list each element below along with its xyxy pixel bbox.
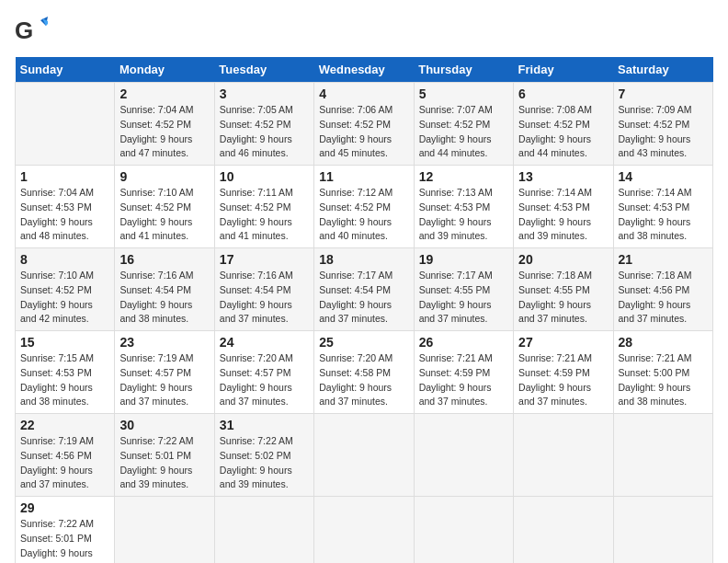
day-info: Sunrise: 7:18 AM Sunset: 4:55 PM Dayligh…	[518, 269, 608, 327]
calendar-cell: 29 Sunrise: 7:22 AM Sunset: 5:01 PM Dayl…	[16, 497, 115, 564]
day-info: Sunrise: 7:16 AM Sunset: 4:54 PM Dayligh…	[119, 269, 209, 327]
calendar-cell: 5 Sunrise: 7:07 AM Sunset: 4:52 PM Dayli…	[414, 83, 513, 166]
calendar-cell: 27 Sunrise: 7:21 AM Sunset: 4:59 PM Dayl…	[514, 331, 613, 414]
day-number: 13	[518, 169, 608, 184]
calendar-cell: 14 Sunrise: 7:14 AM Sunset: 4:53 PM Dayl…	[613, 166, 712, 248]
calendar-cell: 23 Sunrise: 7:19 AM Sunset: 4:57 PM Dayl…	[115, 331, 214, 414]
calendar-cell: 2 Sunrise: 7:04 AM Sunset: 4:52 PM Dayli…	[115, 83, 214, 166]
calendar-cell: 7 Sunrise: 7:09 AM Sunset: 4:52 PM Dayli…	[613, 83, 712, 166]
day-info: Sunrise: 7:10 AM Sunset: 4:52 PM Dayligh…	[20, 269, 109, 327]
calendar-cell: 4 Sunrise: 7:06 AM Sunset: 4:52 PM Dayli…	[314, 83, 414, 166]
day-info: Sunrise: 7:18 AM Sunset: 4:56 PM Dayligh…	[619, 269, 708, 327]
header-day-thursday: Thursday	[414, 57, 513, 83]
calendar-cell: 10 Sunrise: 7:11 AM Sunset: 4:52 PM Dayl…	[214, 166, 313, 248]
svg-text:G: G	[15, 17, 33, 44]
calendar-cell: 12 Sunrise: 7:13 AM Sunset: 4:53 PM Dayl…	[414, 166, 513, 248]
header-day-saturday: Saturday	[613, 57, 712, 83]
calendar-cell: 9 Sunrise: 7:10 AM Sunset: 4:52 PM Dayli…	[115, 166, 214, 248]
logo: G	[15, 15, 51, 48]
day-info: Sunrise: 7:13 AM Sunset: 4:53 PM Dayligh…	[419, 186, 508, 244]
calendar-week-row: 8 Sunrise: 7:10 AM Sunset: 4:52 PM Dayli…	[16, 248, 713, 331]
day-number: 11	[319, 169, 408, 184]
day-info: Sunrise: 7:12 AM Sunset: 4:52 PM Dayligh…	[319, 186, 408, 244]
day-info: Sunrise: 7:06 AM Sunset: 4:52 PM Dayligh…	[319, 103, 408, 161]
calendar-week-row: 22 Sunrise: 7:19 AM Sunset: 4:56 PM Dayl…	[16, 414, 713, 497]
calendar-cell: 21 Sunrise: 7:18 AM Sunset: 4:56 PM Dayl…	[613, 248, 712, 331]
calendar-week-row: 15 Sunrise: 7:15 AM Sunset: 4:53 PM Dayl…	[16, 331, 713, 414]
day-number: 30	[119, 418, 209, 432]
calendar-cell	[314, 414, 414, 497]
day-number: 31	[220, 418, 309, 432]
calendar-week-row: 1 Sunrise: 7:04 AM Sunset: 4:53 PM Dayli…	[16, 166, 713, 248]
calendar-cell: 18 Sunrise: 7:17 AM Sunset: 4:54 PM Dayl…	[314, 248, 414, 331]
calendar-cell: 17 Sunrise: 7:16 AM Sunset: 4:54 PM Dayl…	[214, 248, 313, 331]
day-number: 2	[119, 86, 209, 101]
calendar-cell	[16, 83, 115, 166]
day-info: Sunrise: 7:04 AM Sunset: 4:52 PM Dayligh…	[119, 103, 209, 161]
calendar-header-row: SundayMondayTuesdayWednesdayThursdayFrid…	[16, 57, 713, 83]
day-info: Sunrise: 7:19 AM Sunset: 4:57 PM Dayligh…	[119, 351, 209, 409]
calendar-cell: 6 Sunrise: 7:08 AM Sunset: 4:52 PM Dayli…	[514, 83, 613, 166]
header-day-monday: Monday	[115, 57, 214, 83]
day-info: Sunrise: 7:15 AM Sunset: 4:53 PM Dayligh…	[20, 351, 109, 409]
calendar-cell	[115, 497, 214, 564]
day-number: 24	[220, 335, 309, 350]
calendar-body: 2 Sunrise: 7:04 AM Sunset: 4:52 PM Dayli…	[16, 83, 713, 564]
day-number: 22	[20, 418, 109, 432]
day-number: 15	[20, 335, 109, 350]
calendar-cell	[613, 497, 712, 564]
day-number: 8	[20, 252, 109, 267]
day-info: Sunrise: 7:11 AM Sunset: 4:52 PM Dayligh…	[220, 186, 309, 244]
day-info: Sunrise: 7:21 AM Sunset: 4:59 PM Dayligh…	[518, 351, 608, 409]
calendar-cell	[214, 497, 313, 564]
day-info: Sunrise: 7:04 AM Sunset: 4:53 PM Dayligh…	[20, 186, 109, 244]
day-number: 28	[619, 335, 708, 350]
day-info: Sunrise: 7:17 AM Sunset: 4:54 PM Dayligh…	[319, 269, 408, 327]
calendar-cell: 19 Sunrise: 7:17 AM Sunset: 4:55 PM Dayl…	[414, 248, 513, 331]
day-number: 17	[220, 252, 309, 267]
day-number: 16	[119, 252, 209, 267]
calendar-cell	[414, 414, 513, 497]
day-info: Sunrise: 7:22 AM Sunset: 5:02 PM Dayligh…	[220, 434, 309, 492]
day-number: 29	[20, 500, 109, 515]
calendar-cell: 15 Sunrise: 7:15 AM Sunset: 4:53 PM Dayl…	[16, 331, 115, 414]
header-day-friday: Friday	[514, 57, 613, 83]
day-number: 20	[518, 252, 608, 267]
calendar-cell: 31 Sunrise: 7:22 AM Sunset: 5:02 PM Dayl…	[214, 414, 313, 497]
day-number: 14	[619, 169, 708, 184]
day-info: Sunrise: 7:16 AM Sunset: 4:54 PM Dayligh…	[220, 269, 309, 327]
day-info: Sunrise: 7:09 AM Sunset: 4:52 PM Dayligh…	[619, 103, 708, 161]
header-day-wednesday: Wednesday	[314, 57, 414, 83]
calendar-cell: 24 Sunrise: 7:20 AM Sunset: 4:57 PM Dayl…	[214, 331, 313, 414]
day-info: Sunrise: 7:22 AM Sunset: 5:01 PM Dayligh…	[20, 517, 109, 563]
logo-icon: G	[15, 15, 48, 48]
calendar-cell: 16 Sunrise: 7:16 AM Sunset: 4:54 PM Dayl…	[115, 248, 214, 331]
day-info: Sunrise: 7:10 AM Sunset: 4:52 PM Dayligh…	[119, 186, 209, 244]
calendar-week-row: 2 Sunrise: 7:04 AM Sunset: 4:52 PM Dayli…	[16, 83, 713, 166]
day-number: 5	[419, 86, 508, 101]
day-info: Sunrise: 7:20 AM Sunset: 4:57 PM Dayligh…	[220, 351, 309, 409]
day-number: 6	[518, 86, 608, 101]
calendar-cell: 1 Sunrise: 7:04 AM Sunset: 4:53 PM Dayli…	[16, 166, 115, 248]
calendar-cell: 26 Sunrise: 7:21 AM Sunset: 4:59 PM Dayl…	[414, 331, 513, 414]
day-info: Sunrise: 7:20 AM Sunset: 4:58 PM Dayligh…	[319, 351, 408, 409]
day-number: 19	[419, 252, 508, 267]
calendar-table: SundayMondayTuesdayWednesdayThursdayFrid…	[15, 57, 713, 563]
day-number: 3	[220, 86, 309, 101]
calendar-cell: 3 Sunrise: 7:05 AM Sunset: 4:52 PM Dayli…	[214, 83, 313, 166]
day-info: Sunrise: 7:21 AM Sunset: 5:00 PM Dayligh…	[619, 351, 708, 409]
day-number: 18	[319, 252, 408, 267]
day-info: Sunrise: 7:07 AM Sunset: 4:52 PM Dayligh…	[419, 103, 508, 161]
calendar-cell	[514, 414, 613, 497]
calendar-cell	[314, 497, 414, 564]
calendar-cell: 11 Sunrise: 7:12 AM Sunset: 4:52 PM Dayl…	[314, 166, 414, 248]
day-number: 7	[619, 86, 708, 101]
calendar-cell: 25 Sunrise: 7:20 AM Sunset: 4:58 PM Dayl…	[314, 331, 414, 414]
day-number: 1	[20, 169, 109, 184]
header-day-sunday: Sunday	[16, 57, 115, 83]
day-info: Sunrise: 7:14 AM Sunset: 4:53 PM Dayligh…	[619, 186, 708, 244]
calendar-cell: 30 Sunrise: 7:22 AM Sunset: 5:01 PM Dayl…	[115, 414, 214, 497]
calendar-cell: 28 Sunrise: 7:21 AM Sunset: 5:00 PM Dayl…	[613, 331, 712, 414]
day-number: 10	[220, 169, 309, 184]
day-number: 9	[119, 169, 209, 184]
